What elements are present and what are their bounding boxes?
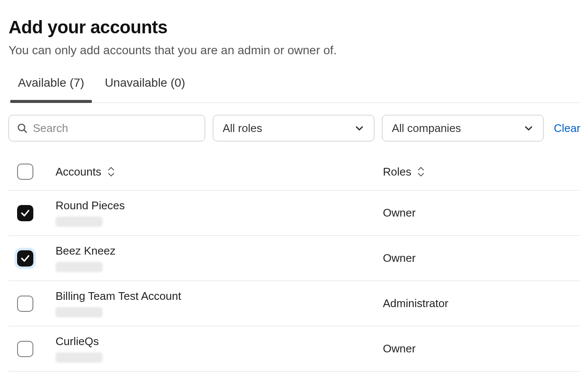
accounts-header-label: Accounts — [56, 165, 101, 179]
tab-available[interactable]: Available (7) — [18, 76, 84, 103]
role-value: Owner — [383, 206, 416, 220]
chevron-down-icon — [354, 123, 365, 133]
roles-select[interactable]: All roles — [213, 115, 374, 141]
table-header-row: Accounts Roles — [9, 164, 579, 190]
sort-icon — [417, 167, 425, 177]
row-checkbox[interactable] — [17, 341, 33, 357]
role-value: Administrator — [383, 297, 448, 310]
account-subtext-redacted — [56, 217, 103, 227]
filter-bar: All roles All companies Clear — [9, 103, 579, 141]
table-row: Beez KneezOwner — [9, 236, 579, 281]
role-value: Owner — [383, 252, 416, 265]
row-checkbox[interactable] — [17, 205, 33, 221]
account-subtext-redacted — [56, 307, 103, 317]
column-header-accounts[interactable]: Accounts — [56, 165, 383, 179]
clear-filters-link[interactable]: Clear — [554, 122, 580, 135]
roles-header-label: Roles — [383, 165, 411, 179]
companies-select[interactable]: All companies — [382, 115, 544, 141]
account-subtext-redacted — [56, 262, 103, 272]
table-row: CurlieQsOwner — [9, 326, 579, 372]
page-subtitle: You can only add accounts that you are a… — [9, 44, 579, 57]
account-name: CurlieQs — [56, 335, 103, 348]
search-input[interactable] — [33, 122, 197, 135]
chevron-down-icon — [523, 123, 534, 133]
column-header-roles[interactable]: Roles — [383, 165, 571, 179]
row-checkbox[interactable] — [17, 296, 33, 312]
tabs: Available (7) Unavailable (0) — [9, 76, 579, 103]
select-all-checkbox[interactable] — [17, 164, 33, 180]
sort-icon — [107, 167, 115, 177]
tab-unavailable[interactable]: Unavailable (0) — [105, 76, 185, 103]
account-name: Beez Kneez — [56, 244, 115, 258]
roles-select-label: All roles — [223, 122, 262, 135]
table-row: Round PiecesOwner — [9, 190, 579, 236]
account-subtext-redacted — [56, 352, 103, 363]
table-row: Billing Team Test AccountAdministrator — [9, 281, 579, 326]
companies-select-label: All companies — [392, 122, 461, 135]
search-box[interactable] — [9, 115, 205, 141]
search-icon — [17, 123, 28, 134]
role-value: Owner — [383, 342, 416, 355]
svg-line-1 — [24, 130, 26, 132]
page-title: Add your accounts — [9, 17, 579, 38]
account-name: Billing Team Test Account — [56, 290, 181, 303]
accounts-table: Accounts Roles Round PiecesOwnerBeez Kne… — [9, 164, 579, 372]
row-checkbox[interactable] — [17, 250, 33, 267]
account-name: Round Pieces — [56, 199, 125, 212]
